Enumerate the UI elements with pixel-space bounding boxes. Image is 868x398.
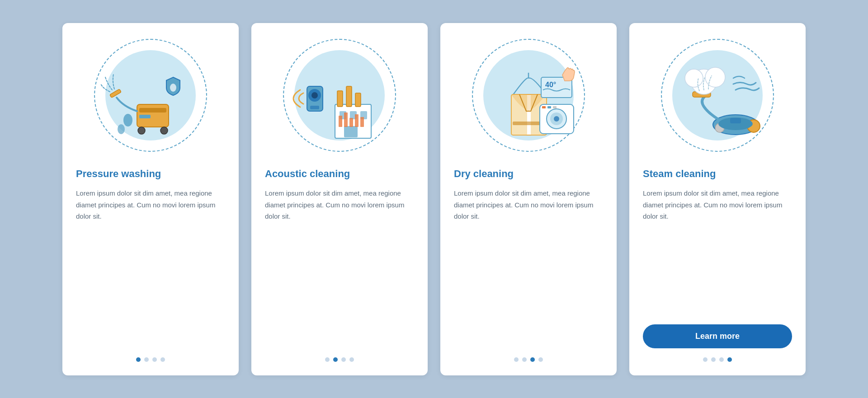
dot-1[interactable]	[703, 357, 708, 362]
card-title-dry: Dry cleaning	[454, 168, 603, 181]
card-content-pressure: Pressure washing Lorem ipsum dolor sit d…	[62, 168, 239, 348]
card-dots-pressure	[62, 348, 239, 362]
card-body-dry: Lorem ipsum dolor sit dim amet, mea regi…	[454, 187, 603, 348]
svg-rect-21	[339, 116, 342, 127]
card-body-steam: Lorem ipsum dolor sit dim amet, mea regi…	[643, 187, 792, 313]
svg-rect-1	[139, 108, 166, 112]
dot-3[interactable]	[530, 357, 535, 362]
dot-3[interactable]	[152, 357, 157, 362]
svg-rect-5	[110, 89, 122, 98]
svg-point-7	[118, 124, 125, 134]
svg-rect-13	[344, 126, 358, 137]
dot-2[interactable]	[333, 357, 338, 362]
dot-2[interactable]	[711, 357, 716, 362]
svg-rect-15	[346, 86, 352, 107]
svg-point-4	[160, 127, 168, 134]
card-content-dry: Dry cleaning Lorem ipsum dolor sit dim a…	[440, 168, 617, 348]
card-content-acoustic: Acoustic cleaning Lorem ipsum dolor sit …	[251, 168, 428, 348]
svg-rect-35	[547, 106, 551, 108]
steam-cleaning-icon	[663, 41, 772, 150]
svg-rect-22	[344, 112, 348, 127]
card-dots-steam	[629, 348, 806, 362]
svg-rect-24	[355, 114, 359, 127]
dot-2[interactable]	[144, 357, 149, 362]
card-dots-dry	[440, 348, 617, 362]
svg-rect-34	[542, 106, 546, 108]
card-illustration-steam	[629, 23, 806, 168]
dot-2[interactable]	[522, 357, 527, 362]
svg-point-6	[123, 114, 132, 126]
card-dots-acoustic	[251, 348, 428, 362]
card-illustration-dry: 40°	[440, 23, 617, 168]
card-content-steam: Steam cleaning Lorem ipsum dolor sit dim…	[629, 168, 806, 348]
svg-text:40°: 40°	[545, 81, 556, 89]
card-title-steam: Steam cleaning	[643, 168, 792, 181]
dot-1[interactable]	[325, 357, 330, 362]
dot-3[interactable]	[341, 357, 346, 362]
svg-rect-36	[553, 106, 557, 108]
svg-rect-14	[337, 91, 343, 107]
svg-rect-20	[310, 106, 319, 109]
card-title-pressure: Pressure washing	[76, 168, 225, 181]
svg-rect-25	[360, 117, 364, 127]
card-body-pressure: Lorem ipsum dolor sit dim amet, mea regi…	[76, 187, 225, 348]
card-illustration-pressure	[62, 23, 239, 168]
pressure-washing-icon	[96, 41, 205, 150]
card-dry-cleaning: 40° Dry cleaning Lorem ipsum dolor sit d…	[440, 23, 617, 375]
card-body-acoustic: Lorem ipsum dolor sit dim amet, mea regi…	[265, 187, 414, 348]
learn-more-button[interactable]: Learn more	[643, 324, 792, 348]
dot-4[interactable]	[349, 357, 354, 362]
card-acoustic-cleaning: Acoustic cleaning Lorem ipsum dolor sit …	[251, 23, 428, 375]
svg-rect-2	[139, 115, 151, 118]
dot-4[interactable]	[160, 357, 165, 362]
dot-1[interactable]	[136, 357, 141, 362]
dot-1[interactable]	[514, 357, 519, 362]
card-steam-cleaning: Steam cleaning Lorem ipsum dolor sit dim…	[629, 23, 806, 375]
svg-rect-44	[730, 118, 741, 123]
cards-container: Pressure washing Lorem ipsum dolor sit d…	[44, 5, 824, 393]
svg-rect-23	[349, 118, 353, 127]
card-illustration-acoustic	[251, 23, 428, 168]
svg-point-47	[685, 69, 703, 87]
svg-point-19	[311, 92, 318, 98]
svg-point-8	[170, 84, 176, 92]
acoustic-cleaning-icon	[285, 41, 394, 150]
card-pressure-washing: Pressure washing Lorem ipsum dolor sit d…	[62, 23, 239, 375]
svg-rect-16	[355, 93, 361, 107]
dot-4[interactable]	[538, 357, 543, 362]
svg-point-46	[705, 67, 725, 87]
svg-point-33	[554, 116, 559, 122]
dry-cleaning-icon: 40°	[474, 41, 583, 150]
dot-3[interactable]	[719, 357, 724, 362]
svg-point-3	[138, 127, 145, 134]
card-title-acoustic: Acoustic cleaning	[265, 168, 414, 181]
dot-4[interactable]	[727, 357, 732, 362]
